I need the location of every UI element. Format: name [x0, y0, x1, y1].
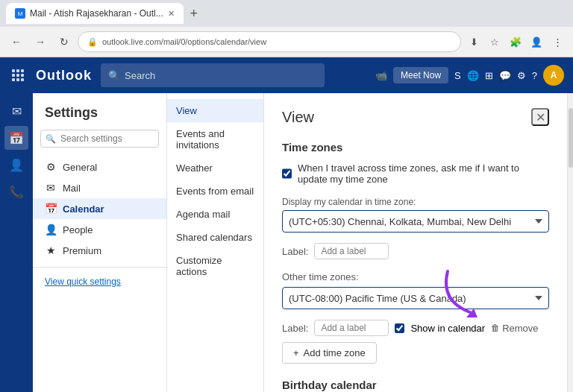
video-icon: 📹 — [375, 70, 387, 81]
tab-close-button[interactable]: ✕ — [168, 9, 175, 19]
address-bar[interactable]: 🔒 outlook.live.com/mail/0/options/calend… — [78, 31, 461, 52]
search-bar[interactable]: 🔍 Search — [101, 63, 325, 87]
sidebar-item-people[interactable]: 👤 People — [33, 219, 166, 240]
settings-icon[interactable]: ⚙ — [517, 70, 526, 81]
phone-icon[interactable]: 📞 — [4, 180, 28, 203]
sidebar-item-general[interactable]: ⚙ General — [33, 157, 166, 177]
help-icon[interactable]: ? — [532, 70, 537, 81]
mail-label: Mail — [63, 183, 81, 194]
more-icon[interactable]: ⋮ — [548, 32, 567, 51]
meet-now-button[interactable]: Meet Now — [393, 67, 448, 83]
calendar-icon[interactable]: 📅 — [4, 126, 28, 150]
search-settings-input[interactable] — [40, 130, 159, 148]
browser-tabs: M Mail - Atish Rajasekharan - Outl... ✕ … — [0, 0, 573, 27]
add-time-zone-button[interactable]: + Add time zone — [282, 342, 377, 364]
primary-tz-group: Display my calendar in time zone: (UTC+0… — [282, 197, 549, 233]
time-zones-title: Time zones — [282, 141, 549, 154]
secondary-label-input[interactable] — [314, 320, 389, 336]
left-icon-rail: ✉ 📅 👤 📞 — [0, 93, 33, 392]
profile-icon[interactable]: 👤 — [527, 32, 546, 51]
other-tz-group: Other time zones: (UTC-08:00) Pacific Ti… — [282, 271, 549, 309]
content-area: ✉ 📅 👤 📞 Settings 🔍 ⚙ General ✉ Mail 📅 Ca… — [0, 93, 573, 392]
apps-icon: ⊞ — [485, 70, 493, 81]
calendar-submenu: View Events and invitations Weather Even… — [167, 93, 264, 392]
sidebar-divider — [33, 267, 166, 268]
people-label: People — [63, 224, 93, 235]
premium-icon: ★ — [45, 244, 57, 256]
search-icon: 🔍 — [108, 70, 120, 81]
submenu-customize[interactable]: Customize actions — [167, 249, 263, 283]
url-text: outlook.live.com/mail/0/options/calendar… — [102, 37, 266, 46]
display-tz-label: Display my calendar in time zone: — [282, 197, 549, 207]
show-in-calendar-label: Show in calendar — [410, 323, 485, 334]
label2-text: Label: — [282, 323, 308, 334]
active-tab[interactable]: M Mail - Atish Rajasekharan - Outl... ✕ — [6, 3, 184, 24]
add-time-zone-label: Add time zone — [304, 347, 366, 358]
new-tab-button[interactable]: + — [184, 3, 204, 24]
calendar-nav-icon: 📅 — [45, 203, 57, 215]
sidebar-item-mail[interactable]: ✉ Mail — [33, 177, 166, 198]
chat-icon: 💬 — [499, 70, 511, 81]
tab-favicon: M — [15, 8, 25, 19]
calendar-label: Calendar — [63, 203, 104, 215]
people-nav-icon: 👤 — [45, 224, 57, 235]
search-placeholder: Search — [125, 70, 155, 81]
sidebar-item-calendar[interactable]: 📅 Calendar — [33, 198, 166, 219]
submenu-events[interactable]: Events and invitations — [167, 122, 263, 157]
show-in-calendar-checkbox[interactable] — [395, 323, 404, 333]
bookmark-icon[interactable]: ☆ — [485, 32, 504, 51]
general-label: General — [63, 162, 97, 173]
people-icon[interactable]: 👤 — [4, 153, 28, 177]
settings-sidebar: Settings 🔍 ⚙ General ✉ Mail 📅 Calendar 👤… — [33, 93, 167, 392]
birthday-title: Birthday calendar — [282, 379, 549, 391]
globe-icon: 🌐 — [467, 70, 479, 81]
main-settings-content: View ✕ Time zones When I travel across t… — [264, 93, 567, 392]
forward-button[interactable]: → — [30, 31, 51, 52]
tab-title: Mail - Atish Rajasekharan - Outl... — [30, 8, 163, 19]
scrollbar[interactable] — [567, 93, 573, 392]
search-settings-wrapper: 🔍 — [40, 130, 159, 148]
premium-label: Premium — [63, 245, 101, 256]
travel-timezone-label: When I travel across time zones, ask me … — [298, 162, 549, 185]
search-settings-icon: 🔍 — [46, 134, 56, 144]
primary-label-row: Label: — [282, 243, 549, 259]
other-tz-heading: Other time zones: — [282, 271, 549, 282]
waffle-menu[interactable] — [9, 66, 27, 84]
birthday-section: Birthday calendar Add a calendar for kee… — [282, 379, 549, 392]
label-text: Label: — [282, 246, 308, 257]
show-calendar-row: Label: Show in calendar 🗑 Remove — [282, 320, 549, 336]
secondary-timezone-select[interactable]: (UTC-08:00) Pacific Time (US & Canada) — [282, 287, 549, 309]
primary-timezone-select[interactable]: (UTC+05:30) Chennai, Kolkata, Mumbai, Ne… — [282, 210, 549, 233]
avatar[interactable]: A — [543, 65, 564, 86]
view-header: View ✕ — [282, 108, 549, 126]
primary-label-input[interactable] — [314, 243, 389, 259]
view-quick-settings-link[interactable]: View quick settings — [33, 274, 166, 290]
toolbar-icons: ⬇ ☆ 🧩 👤 ⋮ — [464, 32, 567, 51]
submenu-agenda[interactable]: Agenda mail — [167, 203, 263, 226]
sidebar-item-premium[interactable]: ★ Premium — [33, 240, 166, 261]
mail-icon[interactable]: ✉ — [4, 99, 28, 123]
browser-toolbar: ← → ↻ 🔒 outlook.live.com/mail/0/options/… — [0, 27, 573, 57]
back-button[interactable]: ← — [6, 31, 27, 52]
svg-marker-0 — [466, 309, 478, 317]
submenu-view[interactable]: View — [167, 99, 263, 122]
submenu-weather[interactable]: Weather — [167, 157, 263, 180]
close-button[interactable]: ✕ — [531, 108, 549, 126]
submenu-shared[interactable]: Shared calendars — [167, 226, 263, 249]
app-header: Outlook 🔍 Search 📹 Meet Now S 🌐 ⊞ 💬 ⚙ ? … — [0, 57, 573, 93]
reload-button[interactable]: ↻ — [54, 31, 75, 52]
remove-icon: 🗑 — [491, 323, 500, 333]
view-title: View — [282, 109, 314, 126]
settings-title: Settings — [33, 105, 166, 130]
submenu-events-from[interactable]: Events from email — [167, 180, 263, 203]
scrollbar-thumb[interactable] — [569, 108, 573, 168]
add-icon: + — [293, 347, 299, 358]
travel-timezone-checkbox[interactable] — [282, 168, 292, 179]
general-icon: ⚙ — [45, 161, 57, 173]
download-icon[interactable]: ⬇ — [464, 32, 483, 51]
travel-timezone-row: When I travel across time zones, ask me … — [282, 162, 549, 185]
skype-icon: S — [454, 70, 461, 81]
remove-tz-button[interactable]: 🗑 Remove — [491, 323, 538, 334]
extensions-icon[interactable]: 🧩 — [506, 32, 525, 51]
outlook-app: Outlook 🔍 Search 📹 Meet Now S 🌐 ⊞ 💬 ⚙ ? … — [0, 57, 573, 392]
